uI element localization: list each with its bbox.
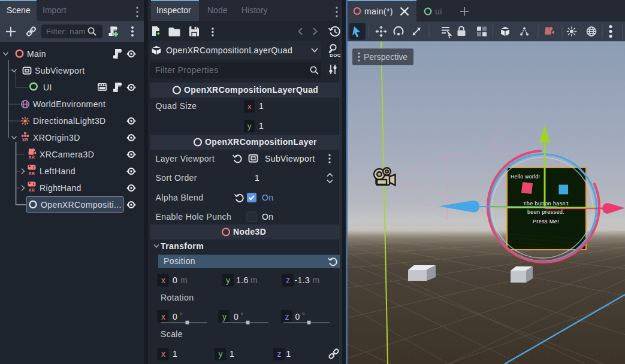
svg-text:XRCamera3D: XRCamera3D: [40, 150, 94, 159]
svg-text:Filter: nam: Filter: nam: [46, 27, 86, 36]
svg-text:main(*): main(*): [364, 7, 393, 16]
svg-text:XR: XR: [22, 138, 29, 142]
svg-text:1: 1: [259, 121, 264, 131]
svg-text:Filter Properties: Filter Properties: [155, 65, 219, 75]
svg-text:1: 1: [230, 349, 234, 359]
svg-text:On: On: [262, 193, 273, 202]
svg-text:°: °: [179, 311, 183, 320]
svg-text:°: °: [240, 311, 244, 320]
svg-text:y: y: [247, 122, 252, 131]
svg-text:0: 0: [295, 312, 300, 321]
svg-text:OpenXRCompositionLayerQuad: OpenXRCompositionLayerQuad: [166, 46, 292, 55]
svg-text:0: 0: [173, 275, 177, 285]
svg-text:Enable Hole Punch: Enable Hole Punch: [156, 212, 232, 222]
svg-text:Node3D: Node3D: [233, 227, 266, 236]
svg-text:been pressed.: been pressed.: [527, 209, 564, 215]
svg-text:Hello world!: Hello world!: [511, 174, 540, 180]
svg-text:ui: ui: [435, 7, 442, 16]
svg-text:UI: UI: [43, 83, 52, 92]
svg-text:1.6: 1.6: [236, 275, 249, 285]
svg-text:m: m: [250, 275, 258, 285]
svg-text:y: y: [219, 349, 223, 359]
svg-text:x: x: [161, 275, 165, 285]
svg-text:z: z: [277, 349, 282, 359]
svg-text:SubViewport: SubViewport: [35, 66, 85, 75]
svg-text:Sort Order: Sort Order: [156, 173, 197, 183]
svg-text:Press Me!: Press Me!: [533, 219, 559, 225]
svg-text:0: 0: [173, 312, 177, 321]
svg-text:XR: XR: [29, 188, 35, 192]
svg-text:DOC: DOC: [330, 53, 341, 58]
svg-text:Scale: Scale: [161, 329, 183, 339]
svg-text:Alpha Blend: Alpha Blend: [156, 193, 204, 202]
svg-text:z: z: [285, 312, 289, 321]
svg-text:Transform: Transform: [161, 241, 204, 251]
svg-text:1: 1: [286, 349, 291, 359]
svg-text:-1.3: -1.3: [295, 275, 310, 285]
svg-text:SubViewport: SubViewport: [265, 154, 315, 163]
svg-text:z: z: [286, 275, 290, 285]
svg-text:Rotation: Rotation: [161, 293, 194, 302]
svg-text:Main: Main: [27, 49, 46, 59]
svg-text:Quad Size: Quad Size: [156, 101, 197, 111]
svg-text:y: y: [226, 275, 230, 285]
svg-text:WorldEnvironment: WorldEnvironment: [33, 99, 105, 109]
svg-text:XR: XR: [29, 171, 35, 175]
svg-text:On: On: [262, 212, 273, 222]
svg-text:LeftHand: LeftHand: [40, 166, 76, 176]
svg-text:DirectionalLight3D: DirectionalLight3D: [33, 116, 106, 126]
svg-text:Layer Viewport: Layer Viewport: [156, 154, 215, 163]
svg-text:OpenXRCompositionLayer: OpenXRCompositionLayer: [205, 137, 317, 147]
svg-text:Position: Position: [164, 256, 195, 266]
svg-text:OpenXRCompositi...: OpenXRCompositi...: [41, 200, 122, 210]
svg-text:The button hasn't: The button hasn't: [523, 201, 569, 207]
svg-text:m: m: [180, 275, 188, 285]
svg-text:RightHand: RightHand: [40, 183, 81, 193]
svg-text:x: x: [247, 102, 252, 111]
svg-text:0: 0: [234, 312, 238, 321]
svg-text:XR: XR: [29, 155, 35, 159]
svg-text:1: 1: [255, 173, 259, 183]
svg-text:1: 1: [173, 349, 177, 359]
svg-text:°: °: [302, 311, 306, 320]
svg-text:XROrigin3D: XROrigin3D: [33, 133, 80, 142]
svg-text:x: x: [161, 312, 165, 321]
svg-text:m: m: [313, 275, 320, 285]
svg-text:x: x: [161, 349, 165, 359]
svg-text:y: y: [222, 312, 227, 321]
svg-text:OpenXRCompositionLayerQuad: OpenXRCompositionLayerQuad: [184, 85, 318, 95]
svg-text:1: 1: [259, 101, 264, 111]
